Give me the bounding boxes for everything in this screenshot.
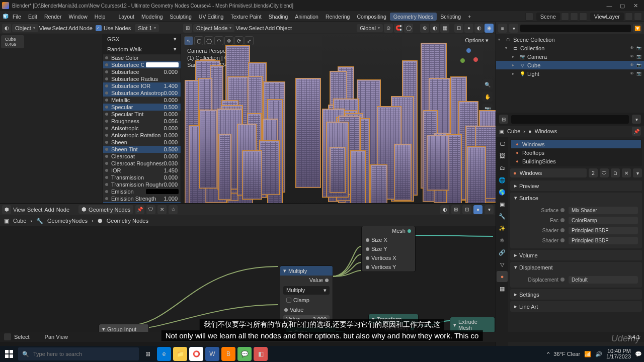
viewlayer-del-icon[interactable] <box>634 13 642 21</box>
prop-transmission[interactable]: Transmission0.000 <box>103 174 181 181</box>
gn-overlay2-icon[interactable]: ⊞ <box>451 205 460 214</box>
outliner-search-input[interactable] <box>520 25 631 32</box>
surface-surface[interactable]: SurfaceMix Shader <box>522 205 638 215</box>
app-blender[interactable]: B <box>221 347 235 361</box>
shading-wireframe-icon[interactable]: ⊡ <box>454 24 463 33</box>
tool-select-lasso-icon[interactable]: ◠ <box>214 36 223 45</box>
breadcrumb-object[interactable]: Cube <box>507 128 520 134</box>
outliner-root[interactable]: Scene Collection <box>513 37 644 43</box>
ws-rendering[interactable]: Rendering <box>322 14 353 20</box>
tab-material[interactable]: ● <box>497 271 508 282</box>
tray-weather[interactable]: 36°F Clear <box>553 351 580 357</box>
prop-ior[interactable]: IOR1.450 <box>103 167 181 174</box>
ws-layout[interactable]: Layout <box>115 14 138 20</box>
outliner-item-camera[interactable]: ▸📷Camera👁📷 <box>496 52 644 61</box>
menu-help[interactable]: Help <box>91 14 109 20</box>
3d-viewport[interactable]: ↖ ▢ ◯ ◠ ✥ ⟳ ⤢ Options ▾ Camera Perspecti… <box>181 34 496 203</box>
pin-icon[interactable]: 📌 <box>632 127 641 136</box>
viewport-editor-icon[interactable]: ⊞ <box>183 24 192 33</box>
shader-node-menu[interactable]: Node <box>79 25 93 31</box>
material-slot-dropdown[interactable]: Slot 1▾ <box>135 24 159 32</box>
prop-specular[interactable]: Specular0.500 <box>103 104 181 111</box>
mat-unlink-icon[interactable]: ✕ <box>622 168 631 177</box>
axis-x-icon[interactable] <box>473 57 478 62</box>
mat-new-icon[interactable]: 🗋 <box>611 168 620 177</box>
gn-fakeuser-icon[interactable]: 🛡 <box>146 205 155 214</box>
overlays-icon[interactable]: ◐ <box>430 24 439 33</box>
tool-select-circle-icon[interactable]: ◯ <box>204 36 213 45</box>
tray-notifications-icon[interactable]: 💬 <box>635 351 642 357</box>
mat-slot-rooftops[interactable]: ●Rooftops <box>511 148 641 157</box>
prop-clearcoat[interactable]: Clearcoat0.000 <box>103 153 181 160</box>
tab-texture[interactable]: ▦ <box>497 283 508 294</box>
shading-matprev-icon[interactable]: ◐ <box>474 24 484 33</box>
ws-scripting[interactable]: Scripting <box>437 14 464 20</box>
prop-anisotropic-rotation[interactable]: Anisotropic Rotation0.000 <box>103 132 181 139</box>
menu-render[interactable]: Render <box>41 14 65 20</box>
close-button[interactable]: ✕ <box>629 3 642 9</box>
tray-volume-icon[interactable]: 🔊 <box>595 351 602 357</box>
tab-viewlayer[interactable]: 🗂 <box>497 162 508 173</box>
properties-search-input[interactable] <box>511 115 629 124</box>
gn-unlink-icon[interactable]: ✕ <box>157 205 167 214</box>
prop-emission-strength[interactable]: Emission Strength1.000 <box>103 195 181 202</box>
tray-clock[interactable]: 10:40 PM 1/17/2023 <box>606 348 631 359</box>
viewport-options-dropdown[interactable]: Options ▾ <box>461 36 493 45</box>
use-nodes-toggle[interactable]: ✓Use Nodes <box>96 25 131 31</box>
prop-anisotropic[interactable]: Anisotropic0.000 <box>103 125 181 132</box>
tray-expand-icon[interactable]: ^ <box>547 351 549 357</box>
viewlayer-new-icon[interactable] <box>625 13 633 21</box>
ws-add[interactable]: + <box>464 14 474 20</box>
tool-select-box-icon[interactable]: ▢ <box>194 36 203 45</box>
mat-slot-windows[interactable]: ●Windows <box>511 140 641 148</box>
disp-row[interactable]: DisplacementDefault <box>522 275 638 285</box>
ws-compositing[interactable]: Compositing <box>353 14 389 20</box>
scene-new-icon[interactable] <box>561 13 569 21</box>
outliner-item-light[interactable]: ▸💡Light👁📷 <box>496 69 644 78</box>
app-chrome[interactable]: ⭕ <box>189 347 203 361</box>
gn-overlay1-icon[interactable]: ◐ <box>440 205 449 214</box>
tab-constraints[interactable]: 🔗 <box>497 247 508 258</box>
tab-world[interactable]: 🌎 <box>497 187 508 198</box>
shading-rendered-icon[interactable]: ◉ <box>485 24 494 33</box>
viewlayer-selector[interactable]: ViewLayer <box>590 13 624 21</box>
tab-modifiers[interactable]: 🔧 <box>497 211 508 222</box>
tray-wifi-icon[interactable]: 📶 <box>584 351 591 357</box>
prop-subsurface-ior[interactable]: Subsurface IOR1.400 <box>103 82 181 89</box>
ws-texturepaint[interactable]: Texture Paint <box>227 14 265 20</box>
start-button[interactable] <box>2 347 16 361</box>
ws-uvediting[interactable]: UV Editing <box>195 14 227 20</box>
outliner-tree[interactable]: ▾🗀Scene Collection ▾🗀Collection👁📷▸📷Camer… <box>496 34 644 113</box>
prop-transmission-roughness[interactable]: Transmission Roughness0.000 <box>103 181 181 188</box>
ws-geometry-nodes[interactable]: Geometry Nodes <box>390 13 437 21</box>
bc-tree[interactable]: Geometry Nodes <box>107 218 148 224</box>
tab-particles[interactable]: ✨ <box>497 223 508 234</box>
material-name-field[interactable]: ●Windows <box>510 168 587 177</box>
transform-orientation[interactable]: Global▾ <box>357 24 383 32</box>
vp-add-menu[interactable]: Add <box>265 25 275 31</box>
shader-select-menu[interactable]: Select <box>52 25 67 31</box>
multiply-clamp-checkbox[interactable]: Clamp <box>283 296 330 304</box>
maximize-button[interactable]: ▢ <box>616 3 629 9</box>
gizmo-icon[interactable]: ⊕ <box>420 24 429 33</box>
gn-select-menu[interactable]: Select <box>27 207 43 213</box>
mat-slot-buildingsides[interactable]: ●BuildingSides <box>511 157 641 165</box>
tab-physics[interactable]: ⚛ <box>497 235 508 246</box>
app-wechat[interactable]: 💬 <box>237 347 252 361</box>
tab-scene[interactable]: 🌐 <box>497 174 508 186</box>
vp-select-menu[interactable]: Select <box>249 25 264 31</box>
node-extrude-mesh[interactable]: ▾Extrude Mesh <box>450 317 495 333</box>
ws-shading[interactable]: Shading <box>265 14 292 20</box>
pan-icon[interactable]: ✋ <box>482 92 493 102</box>
prop-metallic[interactable]: Metallic0.000 <box>103 97 181 104</box>
vp-object-menu[interactable]: Object <box>276 25 292 31</box>
navigation-gizmo[interactable] <box>460 48 477 65</box>
tool-rotate-icon[interactable]: ⟳ <box>234 36 244 45</box>
prop-sheen-tint[interactable]: Sheen Tint0.500 <box>103 146 181 153</box>
snap-icon[interactable]: 🧲 <box>394 24 403 33</box>
gn-editor-icon[interactable]: ⬢ <box>2 205 11 214</box>
panel-volume[interactable]: ▸Volume <box>510 250 642 260</box>
panel-preview[interactable]: ▸Preview <box>510 180 642 191</box>
scene-del-icon[interactable] <box>570 13 578 21</box>
gn-overlay3-icon[interactable]: ⊡ <box>462 205 471 214</box>
